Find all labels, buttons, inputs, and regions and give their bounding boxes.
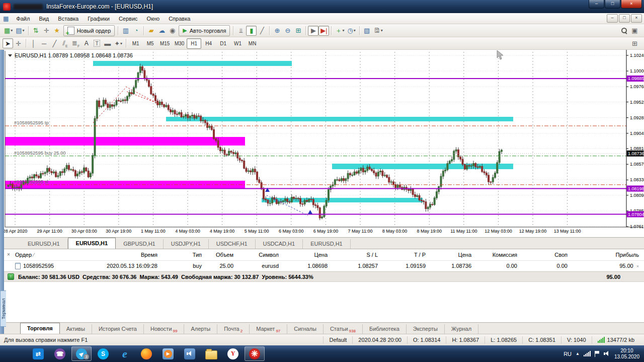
maximize-button[interactable]: □ [605,0,620,9]
col-type[interactable]: Тип [163,252,207,258]
data-window-button[interactable]: ✛ [41,26,52,36]
order-row[interactable]: 1058952595 2020.05.13 16:09:28 buy 25.00… [4,261,644,271]
instaforex-terminal-icon[interactable]: ✳ [245,346,265,361]
chart-tab[interactable]: EURUSD,H1 [303,239,351,249]
terminal-side-tab[interactable]: Терминал [0,291,6,327]
mdi-restore-button[interactable]: □ [619,14,630,23]
text-label-tool[interactable]: T [92,38,102,48]
firefox-icon[interactable] [136,346,156,361]
text-tool[interactable]: A [81,38,92,48]
tab-mailbox[interactable]: Почта2 [217,324,250,334]
viber-icon[interactable]: ☎ [50,346,70,361]
telegram-icon[interactable]: ▶3 [71,346,92,361]
horizontal-line-tool[interactable]: ─ [39,38,49,48]
col-swap[interactable]: Своп [522,252,573,258]
minimize-button[interactable]: – [589,0,604,9]
tab-experts[interactable]: Эксперты [407,324,445,334]
tab-articles[interactable]: Статьи938 [324,324,363,334]
close-position-icon[interactable]: × [636,264,639,269]
line-chart-mode-button[interactable]: ╱ [257,26,267,36]
new-chart-button[interactable]: ▦▾ [3,26,14,36]
menu-file[interactable]: Файл [12,14,34,23]
timeframe-d1[interactable]: D1 [216,38,230,49]
templates-button[interactable]: 🖺▾ [372,26,384,36]
new-order-button[interactable]: Новый ордер [63,25,115,36]
chart-tab[interactable]: USDCHF,H1 [209,239,256,249]
col-symbol[interactable]: Символ [238,252,284,258]
chart-tab-active[interactable]: EURUSD,H1 [68,238,116,249]
tab-trade[interactable]: Торговля [20,323,60,334]
mdi-close-button[interactable]: × [631,14,642,23]
zoom-in-button[interactable]: ⊕ [272,26,282,36]
community-button[interactable]: ☁ [156,26,167,36]
action-center-flag-icon[interactable] [595,351,600,357]
mdi-minimize-button[interactable]: – [607,14,618,23]
panels-icon[interactable]: ▣ [629,26,640,36]
strategy-tester-button[interactable]: ◔ [131,26,141,36]
bar-chart-mode-button[interactable]: ⫫ [235,26,246,36]
experts-library-button[interactable]: ▰ [146,26,156,36]
auto-scroll-button[interactable]: ▶ [308,26,318,36]
cursor-tool-button[interactable]: ➤ [3,38,13,48]
fibonacci-tool[interactable]: ≣F [70,38,81,48]
teamviewer-icon[interactable]: ⇄ [28,346,48,361]
price-chart[interactable]: 28 Apr 202029 Apr 11:0030 Apr 03:0030 Ap… [4,50,644,237]
tab-alerts[interactable]: Алерты [184,324,217,334]
file-explorer-icon[interactable] [201,346,221,361]
autotrading-button[interactable]: ▶ Авто-торговля [179,25,230,36]
col-time[interactable]: Время [87,252,163,258]
menu-window[interactable]: Окно [142,14,165,23]
tab-exposure[interactable]: Активы [60,324,92,334]
col-price-open[interactable]: Цена [284,252,333,258]
equidistant-channel-tool[interactable]: ⫽E [60,38,70,48]
tab-market[interactable]: Маркет97 [250,324,287,334]
crosshair-tool-button[interactable]: ✛ [13,38,24,48]
col-tp[interactable]: T / P [383,252,431,258]
menu-insert[interactable]: Вставка [53,14,83,23]
menu-tools[interactable]: Сервис [114,14,142,23]
toolbar-grid-icon[interactable]: ⊞ [629,38,640,48]
language-indicator[interactable]: RU [564,351,572,357]
chart-window[interactable]: 28 Apr 202029 Apr 11:0030 Apr 03:0030 Ap… [4,50,644,237]
col-commission[interactable]: Комиссия [476,252,522,258]
status-profile[interactable]: Default [323,336,352,344]
timeframe-m15[interactable]: M15 [157,38,172,49]
signals-button[interactable]: ◉ [167,26,178,36]
tab-signals[interactable]: Сигналы [287,324,324,334]
menu-charts[interactable]: Графики [83,14,114,23]
terminal-button[interactable]: ▥ [120,26,131,36]
chart-tab[interactable]: USDJPY,H1 [164,239,209,249]
timeframe-w1[interactable]: W1 [230,38,245,49]
menu-help[interactable]: Справка [164,14,195,23]
timeframe-m1[interactable]: M1 [128,38,143,49]
candlestick-mode-button[interactable]: ▮ [246,26,257,36]
tab-account-history[interactable]: История Счета [92,324,144,334]
col-price-current[interactable]: Цена [431,252,476,258]
volume-mixer-icon[interactable] [180,346,200,361]
col-volume[interactable]: Объем [207,252,238,258]
navigator-button[interactable]: ★ [52,26,62,36]
tab-code-base[interactable]: Библиотека [363,324,407,334]
shapes-tool[interactable]: ▬ [102,38,113,48]
chart-shift-button[interactable]: ▶| [318,26,329,36]
col-sl[interactable]: S / L [333,252,383,258]
potplayer-icon[interactable]: ▶ [158,346,178,361]
col-profit[interactable]: Прибыль [573,252,644,258]
terminal-close-icon[interactable]: × [6,252,12,258]
arrows-tool[interactable]: ✦▾ [113,38,124,48]
close-button[interactable]: × [621,0,642,9]
tray-expand-icon[interactable]: ▲ [576,351,580,356]
timeframe-h4[interactable]: H4 [201,38,216,49]
menu-view[interactable]: Вид [34,14,53,23]
tray-clock[interactable]: 20:10 13.05.2020 [614,348,639,360]
vertical-line-tool[interactable]: │ [28,38,39,48]
tab-journal[interactable]: Журнал [445,324,478,334]
internet-explorer-icon[interactable]: e [115,346,135,361]
trendline-tool[interactable]: ╱ [49,38,60,48]
speaker-icon[interactable] [604,350,610,357]
market-watch-button[interactable]: ⇅ [31,26,41,36]
timeframe-h1[interactable]: H1 [187,38,201,49]
chart-tab[interactable]: GBPUSD,H1 [116,239,164,249]
profiles-button[interactable]: ▤▾ [14,26,26,36]
tile-windows-button[interactable]: ⊞ [293,26,303,36]
